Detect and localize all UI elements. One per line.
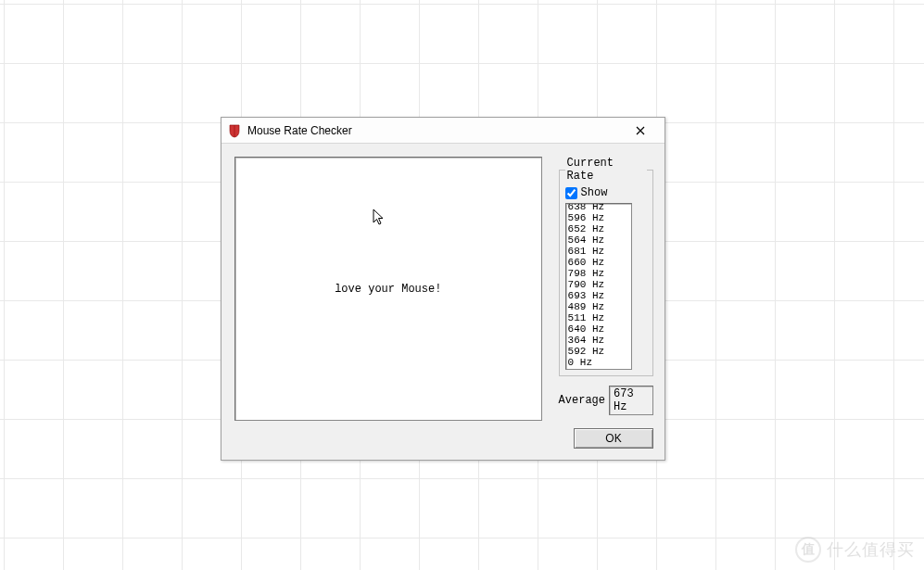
rate-sample[interactable]: 638 Hz xyxy=(568,203,629,212)
average-value: 673 Hz xyxy=(609,386,653,415)
watermark: 值 什么值得买 xyxy=(795,537,915,563)
window-title: Mouse Rate Checker xyxy=(247,124,622,137)
rate-sample[interactable]: 0 Hz xyxy=(568,357,629,368)
rate-sample[interactable]: 693 Hz xyxy=(568,290,629,301)
watermark-text: 什么值得买 xyxy=(827,538,915,561)
rate-sample[interactable]: 364 Hz xyxy=(568,335,629,346)
rate-sample[interactable]: 489 Hz xyxy=(568,301,629,312)
show-checkbox-row[interactable]: Show xyxy=(565,186,647,199)
close-icon xyxy=(636,126,645,135)
rate-sample[interactable]: 660 Hz xyxy=(568,257,629,268)
mouse-tracking-area[interactable]: love your Mouse! xyxy=(234,157,542,421)
rate-sample[interactable]: 511 Hz xyxy=(568,312,629,323)
ok-button[interactable]: OK xyxy=(574,428,653,449)
average-row: Average 673 Hz xyxy=(559,386,653,415)
rate-sample[interactable]: 596 Hz xyxy=(568,212,629,223)
app-icon xyxy=(227,123,242,138)
rate-sample[interactable]: 640 Hz xyxy=(568,323,629,335)
close-button[interactable] xyxy=(622,120,659,141)
rate-sample[interactable]: 652 Hz xyxy=(568,223,629,234)
watermark-badge: 值 xyxy=(795,537,821,563)
rate-sample[interactable]: 681 Hz xyxy=(568,246,629,257)
rate-sample[interactable]: 564 Hz xyxy=(568,234,629,246)
dialog-body: love your Mouse! Current Rate Show 638 H… xyxy=(222,144,665,460)
current-rate-legend: Current Rate xyxy=(565,157,647,183)
rate-sample[interactable]: 798 Hz xyxy=(568,268,629,279)
cursor-icon xyxy=(373,209,387,231)
titlebar[interactable]: Mouse Rate Checker xyxy=(222,118,665,144)
show-checkbox[interactable] xyxy=(565,187,577,199)
rate-listbox[interactable]: 638 Hz596 Hz652 Hz564 Hz681 Hz660 Hz798 … xyxy=(565,203,632,370)
rate-sample[interactable]: 790 Hz xyxy=(568,279,629,290)
average-label: Average xyxy=(559,394,605,407)
mouse-rate-dialog: Mouse Rate Checker love your Mouse! Curr… xyxy=(221,117,665,461)
rate-sample[interactable]: 592 Hz xyxy=(568,346,629,357)
right-column: Current Rate Show 638 Hz596 Hz652 Hz564 … xyxy=(559,157,653,449)
show-label: Show xyxy=(581,186,608,199)
mouse-area-message: love your Mouse! xyxy=(335,283,441,296)
current-rate-group: Current Rate Show 638 Hz596 Hz652 Hz564 … xyxy=(559,157,653,376)
